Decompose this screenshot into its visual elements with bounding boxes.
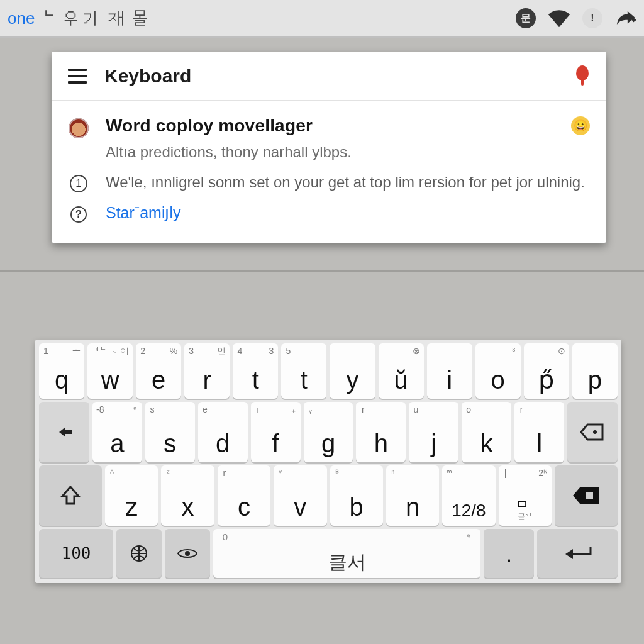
key-n[interactable]: ⁿn (386, 465, 439, 526)
key-space[interactable]: 0ᵉ 클서 (213, 529, 480, 578)
share-forward-icon[interactable] (615, 8, 636, 29)
balloon-icon[interactable] (575, 65, 590, 87)
key-label: t (252, 367, 259, 392)
key-label: b (350, 494, 364, 519)
subline-text: Altıa predictions, thony narhall ylbps. (106, 143, 590, 161)
language-icon[interactable]: 문 (516, 8, 536, 28)
key-i[interactable]: i (427, 343, 472, 399)
key-backspace[interactable] (555, 465, 618, 526)
key-numeric-mode[interactable]: 100 (39, 529, 113, 578)
key-label: l (536, 431, 542, 456)
key-label: q (55, 367, 69, 392)
key-h[interactable]: rh (356, 402, 406, 462)
wifi-icon (548, 8, 570, 29)
key-label: f (272, 431, 279, 456)
hamburger-menu-icon[interactable] (68, 69, 87, 84)
key-backspace-small[interactable] (567, 402, 618, 462)
number-one-icon: 1 (70, 175, 87, 192)
key-t[interactable]: 5t (281, 343, 326, 399)
key-c[interactable]: rc (218, 465, 270, 526)
key-ᄆ[interactable]: |2ᴺᄆ곧ᆡ (499, 465, 552, 526)
headline: Word coploy movellager 😀 (106, 116, 590, 136)
key-b[interactable]: ᴮb (330, 465, 383, 526)
key-x[interactable]: ᶻx (161, 465, 214, 526)
key-s[interactable]: ss (145, 402, 195, 462)
key-label: r (203, 367, 211, 392)
key-p̋[interactable]: ⊙p̋ (524, 343, 569, 399)
key-r[interactable]: 3인r (184, 343, 230, 399)
tip-text: We'le, ınnligrel sonm set on your get at… (106, 172, 590, 192)
grin-emoji-icon[interactable]: 😀 (571, 116, 590, 135)
key-w[interactable]: ᅧᄂᆞ 이w (87, 343, 133, 399)
key-label: i (447, 367, 452, 392)
key-y[interactable]: y (330, 343, 375, 399)
status-bar: one ᄂ우기 재 몰 문 ! (0, 0, 644, 38)
alert-icon[interactable]: ! (582, 8, 602, 28)
key-period[interactable]: . (484, 529, 534, 578)
key-ŭ[interactable]: ⊗ŭ (379, 343, 424, 399)
svg-rect-1 (586, 492, 593, 499)
space-label: 클서 (328, 553, 366, 572)
headline-text: Word coploy movellager (106, 116, 313, 136)
keyboard-row-2: -8ᵃassedᴛ₊fᵧgrhujokrl (39, 402, 618, 462)
key-l[interactable]: rl (514, 402, 564, 462)
eye-icon (177, 546, 198, 561)
enter-arrow-icon (562, 544, 593, 563)
svg-point-0 (593, 430, 597, 434)
key-k[interactable]: ok (462, 402, 511, 462)
key-12/8[interactable]: ᵐ12/8 (442, 465, 495, 526)
help-row: ? Starˉamiȷly (68, 204, 590, 223)
key-label: p (588, 367, 602, 392)
card-title: Keyboard (104, 65, 191, 87)
key-z[interactable]: ᴬz (105, 465, 158, 526)
key-enter[interactable] (537, 529, 618, 578)
key-v[interactable]: ᵛv (274, 465, 326, 526)
tip-row: 1 We'le, ınnligrel sonm set on your get … (68, 172, 590, 192)
key-d[interactable]: ed (198, 402, 248, 462)
key-label: 100 (62, 544, 91, 563)
card-body: Word coploy movellager 😀 Altıa predictio… (52, 101, 606, 243)
globe-icon (129, 543, 149, 564)
key-label: n (406, 494, 419, 519)
key-e[interactable]: 2%e (136, 343, 181, 399)
key-label: x (182, 494, 194, 519)
key-label: w (101, 367, 119, 392)
help-icon: ? (68, 204, 89, 223)
key-globe[interactable] (116, 529, 162, 578)
key-label: t (301, 367, 308, 392)
key-a[interactable]: -8ᵃa (92, 402, 142, 462)
key-p[interactable]: p (572, 343, 618, 399)
statusbar-korean-text: ᄂ우기 재 몰 (43, 8, 150, 29)
key-eye[interactable] (165, 529, 210, 578)
keyboard-row-3: ᴬzᶻxrcᵛvᴮbⁿnᵐ12/8|2ᴺᄆ곧ᆡ (39, 465, 618, 526)
key-t[interactable]: 43t (233, 343, 278, 399)
key-q[interactable]: 1ᅭq (39, 343, 84, 399)
key-tab[interactable] (39, 402, 89, 462)
key-f[interactable]: ᴛ₊f (251, 402, 301, 462)
key-label: y (347, 367, 359, 392)
key-label: v (294, 494, 306, 519)
key-label: ŭ (394, 367, 408, 392)
backspace-outline-icon (579, 422, 606, 442)
tip-number-icon: 1 (68, 172, 89, 192)
key-label: g (321, 431, 335, 456)
key-label: a (110, 431, 124, 456)
key-g[interactable]: ᵧg (304, 402, 353, 462)
key-label: z (125, 494, 138, 519)
key-j[interactable]: uj (409, 402, 458, 462)
key-label: e (152, 367, 165, 392)
help-link[interactable]: Starˉamiȷly (106, 204, 590, 222)
key-label: 12/8 (452, 502, 486, 519)
keyboard-row-1: 1ᅭqᅧᄂᆞ 이w2%e3인r43t5ty⊗ŭi³o⊙p̋p (39, 343, 618, 399)
key-label: c (238, 494, 250, 519)
svg-point-3 (185, 551, 190, 556)
keyboard-row-4: 100 0ᵉ 클서 . (39, 529, 618, 578)
key-o[interactable]: ³o (475, 343, 521, 399)
key-label: d (216, 431, 230, 456)
key-label: h (374, 431, 388, 456)
background-divider (0, 270, 644, 272)
done-link[interactable]: one (8, 9, 35, 28)
statusbar-left: one ᄂ우기 재 몰 (8, 8, 150, 29)
card-header: Keyboard (52, 52, 606, 101)
key-shift[interactable] (39, 465, 102, 526)
